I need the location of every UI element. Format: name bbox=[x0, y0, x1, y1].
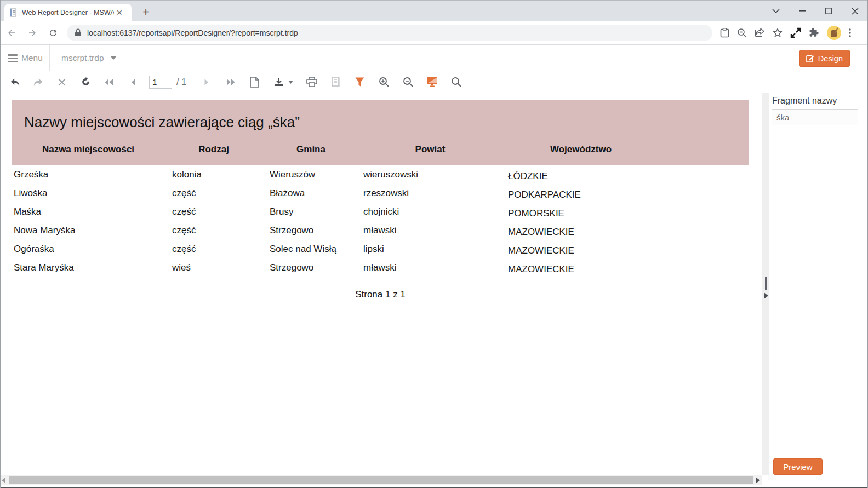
table-cell: Strzegowo bbox=[263, 225, 359, 236]
cancel-icon[interactable] bbox=[55, 75, 69, 89]
search-icon[interactable] bbox=[449, 75, 464, 89]
report-file-name: mscrpt.trdp bbox=[61, 53, 104, 63]
divider bbox=[49, 45, 50, 71]
tab-search-icon[interactable] bbox=[770, 9, 781, 13]
page-layout-icon[interactable] bbox=[248, 75, 262, 89]
hamburger-icon bbox=[8, 53, 18, 64]
page-number-input[interactable] bbox=[149, 76, 172, 89]
url-text[interactable]: localhost:6137/reportsapi/ReportDesigner… bbox=[87, 28, 298, 37]
design-button[interactable]: Design bbox=[799, 50, 850, 67]
preview-toolbar: / 1 bbox=[0, 71, 868, 93]
parameter-label: Fragment nazwy bbox=[772, 96, 837, 106]
toggle-preview-icon[interactable] bbox=[425, 75, 439, 89]
tab-title: Web Report Designer - MSWA.As bbox=[22, 9, 114, 16]
new-tab-button[interactable]: + bbox=[139, 6, 152, 19]
extensions-icon[interactable] bbox=[809, 27, 819, 38]
table-cell: kolonia bbox=[164, 169, 263, 180]
table-cell: część bbox=[164, 188, 263, 199]
tab-close-icon[interactable]: ✕ bbox=[116, 9, 123, 16]
next-page-icon[interactable] bbox=[199, 75, 214, 89]
table-cell: PODKARPACKIE bbox=[501, 190, 660, 200]
table-row: LiwośkaczęśćBłażowarzeszowskiPODKARPACKI… bbox=[12, 184, 749, 203]
table-cell: MAZOWIECKIE bbox=[501, 245, 660, 256]
column-header: Gmina bbox=[263, 144, 359, 155]
report-preview-pane: Nazwy miejscowości zawierające ciąg „śka… bbox=[0, 93, 762, 475]
column-header-row: Nazwa miejscowościRodzajGminaPowiatWojew… bbox=[12, 144, 749, 155]
favicon bbox=[9, 8, 18, 17]
prev-page-icon[interactable] bbox=[126, 75, 140, 89]
design-button-label: Design bbox=[818, 54, 843, 63]
column-header: Nazwa miejscowości bbox=[12, 144, 164, 155]
table-cell: mławski bbox=[359, 262, 501, 273]
page-footer: Strona 1 z 1 bbox=[12, 289, 749, 300]
scrollbar-thumb[interactable] bbox=[9, 476, 753, 484]
column-header: Powiat bbox=[359, 144, 501, 155]
first-page-icon[interactable] bbox=[102, 75, 116, 89]
table-row: OgóraśkaczęśćSolec nad WisłąlipskiMAZOWI… bbox=[12, 240, 749, 259]
table-cell: Ogóraśka bbox=[12, 244, 164, 255]
splitter-collapse-icon[interactable] bbox=[764, 292, 768, 299]
table-cell: Maśka bbox=[12, 206, 164, 217]
table-cell: MAZOWIECKIE bbox=[501, 227, 660, 238]
table-row: Nowa MaryśkaczęśćStrzegowomławskiMAZOWIE… bbox=[12, 221, 749, 240]
more-menu-icon[interactable] bbox=[849, 28, 851, 37]
window-left-edge bbox=[0, 0, 1, 488]
browser-tab-strip: Web Report Designer - MSWA.As ✕ + bbox=[0, 0, 868, 21]
minimize-icon[interactable] bbox=[797, 10, 808, 12]
maximize-icon[interactable] bbox=[823, 8, 834, 14]
design-icon bbox=[806, 54, 814, 62]
zoom-lens-icon[interactable] bbox=[737, 28, 747, 38]
column-header: Województwo bbox=[501, 144, 660, 155]
back-icon[interactable] bbox=[2, 24, 21, 42]
star-icon[interactable] bbox=[773, 28, 783, 37]
table-row: MaśkaczęśćBrusychojnickiPOMORSKIE bbox=[12, 203, 749, 221]
report-file-dropdown[interactable]: mscrpt.trdp bbox=[61, 45, 116, 71]
export-dropdown-icon[interactable] bbox=[287, 75, 295, 89]
export-icon[interactable] bbox=[272, 75, 286, 89]
refresh-icon[interactable] bbox=[78, 75, 93, 89]
undo-icon[interactable] bbox=[8, 75, 22, 89]
lock-icon[interactable] bbox=[75, 28, 82, 37]
forward-icon[interactable] bbox=[23, 24, 42, 42]
table-cell: część bbox=[164, 206, 263, 217]
scroll-left-icon[interactable] bbox=[2, 478, 5, 483]
print-icon[interactable] bbox=[305, 75, 319, 89]
browser-tab[interactable]: Web Report Designer - MSWA.As ✕ bbox=[4, 4, 132, 21]
share-icon[interactable] bbox=[755, 28, 765, 37]
reload-icon[interactable] bbox=[44, 24, 62, 42]
table-cell: część bbox=[164, 225, 263, 236]
column-header: Rodzaj bbox=[164, 144, 263, 155]
preview-button[interactable]: Preview bbox=[773, 458, 823, 475]
table-cell: mławski bbox=[359, 225, 501, 236]
panel-splitter[interactable] bbox=[762, 93, 769, 475]
zoom-out-icon[interactable] bbox=[401, 75, 415, 89]
browser-address-bar: localhost:6137/reportsapi/ReportDesigner… bbox=[0, 21, 868, 45]
table-cell: Nowa Maryśka bbox=[12, 225, 164, 236]
url-bar[interactable]: localhost:6137/reportsapi/ReportDesigner… bbox=[67, 25, 712, 41]
menu-label: Menu bbox=[21, 53, 43, 63]
table-cell: lipski bbox=[359, 244, 501, 255]
close-window-icon[interactable] bbox=[849, 8, 860, 15]
document-map-icon[interactable] bbox=[329, 75, 343, 89]
zoom-in-icon[interactable] bbox=[377, 75, 391, 89]
avatar[interactable] bbox=[827, 26, 841, 40]
scroll-right-icon[interactable] bbox=[756, 478, 760, 483]
designer-menu-bar: Menu mscrpt.trdp Design bbox=[0, 45, 868, 71]
table-row: Stara MaryśkawieśStrzegowomławskiMAZOWIE… bbox=[12, 259, 749, 277]
table-cell: MAZOWIECKIE bbox=[501, 264, 660, 275]
table-cell: Grześka bbox=[12, 169, 164, 180]
parameter-input[interactable] bbox=[772, 109, 858, 125]
last-page-icon[interactable] bbox=[224, 75, 238, 89]
report-title: Nazwy miejscowości zawierające ciąg „śka… bbox=[24, 114, 300, 131]
content-area: Nazwy miejscowości zawierające ciąg „śka… bbox=[0, 93, 868, 475]
horizontal-scrollbar[interactable] bbox=[0, 475, 762, 485]
table-cell: Brusy bbox=[263, 206, 359, 217]
menu-button[interactable]: Menu bbox=[8, 45, 43, 71]
redo-icon[interactable] bbox=[31, 75, 45, 89]
parameters-sidebar: Fragment nazwy Preview bbox=[769, 93, 868, 488]
table-cell: chojnicki bbox=[359, 206, 501, 217]
splitter-handle[interactable] bbox=[765, 277, 767, 290]
filter-icon[interactable] bbox=[353, 75, 367, 89]
fullscreen-icon[interactable] bbox=[790, 27, 801, 38]
clipboard-icon[interactable] bbox=[720, 28, 729, 38]
